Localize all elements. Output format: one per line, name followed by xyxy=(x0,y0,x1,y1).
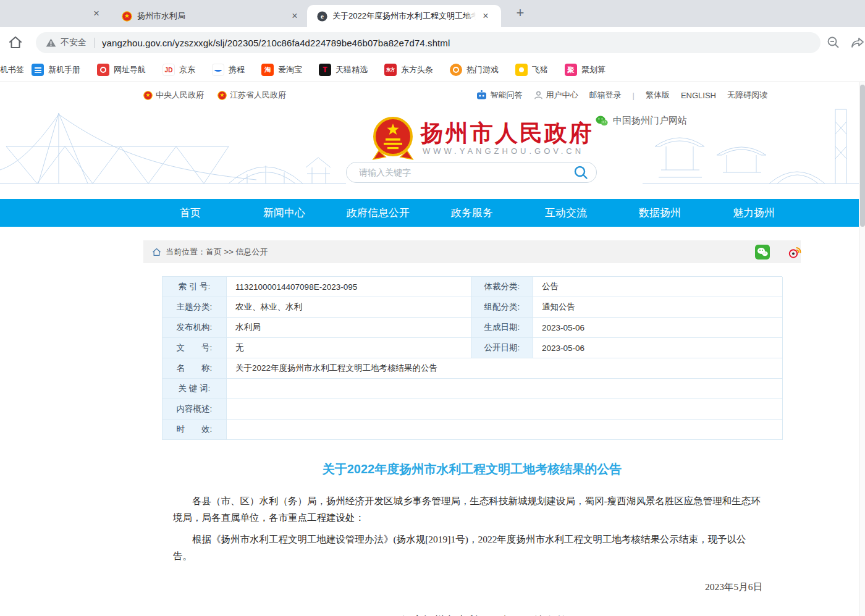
jd-icon: JD xyxy=(162,64,175,76)
info-value: 关于2022年度扬州市水利工程文明工地考核结果的公告 xyxy=(227,358,783,379)
link-jiangsu-gov[interactable]: 江苏省人民政府 xyxy=(217,90,286,101)
bookmark-wangzhi-daohang[interactable]: 网址导航 xyxy=(97,64,146,76)
national-emblem-logo xyxy=(371,116,415,162)
nav-item-data-yangzhou[interactable]: 数据扬州 xyxy=(613,199,707,227)
scrollbar-thumb[interactable] xyxy=(860,85,865,227)
info-label: 公开日期: xyxy=(471,338,533,358)
url-bar[interactable]: 不安全 yangzhou.gov.cn/yzszxxgk/slj/202305/… xyxy=(36,32,821,53)
info-label: 组配分类: xyxy=(471,297,533,318)
bookmark-ctrip[interactable]: 携程 xyxy=(212,64,245,76)
info-label: 时 效: xyxy=(162,420,227,440)
bookmark-tmall[interactable]: T 天猫精选 xyxy=(319,64,368,76)
nav-item-news[interactable]: 新闻中心 xyxy=(237,199,331,227)
nav-portal-icon xyxy=(97,64,109,76)
nav-item-charm-yangzhou[interactable]: 魅力扬州 xyxy=(707,199,801,227)
link-label: 用户中心 xyxy=(546,90,578,101)
taobao-icon: 淘 xyxy=(261,64,274,76)
gov-utility-bar: 中央人民政府 江苏省人民政府 xyxy=(0,82,865,108)
security-warning-icon[interactable] xyxy=(46,38,56,48)
browser-window: × 扬州市水利局 × e 关于2022年度扬州市水利工程文明工地考核结果的公告 … xyxy=(0,0,865,616)
gov-emblem-icon xyxy=(143,91,153,100)
info-value: 11321000014407098E-2023-095 xyxy=(227,277,471,297)
game-icon xyxy=(450,64,462,76)
robot-icon xyxy=(476,90,487,100)
wechat-icon xyxy=(596,116,608,126)
dongfang-icon: 东方 xyxy=(384,64,397,76)
bookmark-dongfang-toutiao[interactable]: 东方 东方头条 xyxy=(384,64,433,76)
link-label: 中央人民政府 xyxy=(156,90,204,101)
tab-yangzhou-water-bureau[interactable]: 扬州市水利局 × xyxy=(113,5,306,27)
svg-text:e: e xyxy=(321,12,324,20)
tmall-icon: T xyxy=(319,64,331,76)
gov-emblem-icon xyxy=(217,91,227,100)
info-label: 关 键 词: xyxy=(162,379,227,399)
document-info-table: 索 引 号: 11321000014407098E-2023-095 体裁分类:… xyxy=(162,276,782,440)
bookmark-cut-off[interactable]: 机书签 xyxy=(0,64,24,75)
search-icon[interactable] xyxy=(573,164,589,180)
link-label: 江苏省人民政府 xyxy=(230,90,286,101)
zoom-out-icon[interactable] xyxy=(826,35,841,50)
bookmark-juhuasuan[interactable]: 聚 聚划算 xyxy=(565,64,606,76)
new-tab-button[interactable]: + xyxy=(512,5,529,22)
bookmark-label: 天猫精选 xyxy=(335,64,368,75)
link-user-center[interactable]: 用户中心 xyxy=(534,90,578,101)
bookmark-jd[interactable]: JD 京东 xyxy=(162,64,195,76)
link-smart-qa[interactable]: 智能问答 xyxy=(476,90,523,101)
close-icon[interactable]: × xyxy=(479,10,492,22)
link-mail-login[interactable]: 邮箱登录 xyxy=(589,90,622,101)
search-input[interactable] xyxy=(359,167,573,177)
info-value: 通知公告 xyxy=(533,297,783,318)
bookmark-xinji-shouce[interactable]: 新机手册 xyxy=(32,64,80,76)
nav-item-info-disclosure[interactable]: 政府信息公开 xyxy=(331,199,425,227)
info-value: 农业、林业、水利 xyxy=(227,297,471,318)
page-scrollbar[interactable] xyxy=(859,82,865,616)
info-value: 2023-05-06 xyxy=(533,338,783,358)
info-label: 发布机构: xyxy=(162,318,227,338)
nav-item-home[interactable]: 首页 xyxy=(143,199,237,227)
bookmark-label: 新机手册 xyxy=(48,64,80,75)
link-traditional[interactable]: 繁体版 xyxy=(646,90,670,101)
close-icon[interactable]: × xyxy=(289,10,301,22)
site-search xyxy=(346,162,597,183)
bookmark-remen-youxi[interactable]: 热门游戏 xyxy=(450,64,499,76)
browser-toolbar: 不安全 yangzhou.gov.cn/yzszxxgk/slj/202305/… xyxy=(0,27,865,58)
info-value xyxy=(227,420,783,440)
info-label: 生成日期: xyxy=(471,318,533,338)
link-english[interactable]: ENGLISH xyxy=(681,91,716,100)
bridge-line-art-left xyxy=(0,108,346,199)
bookmark-label: 携程 xyxy=(229,64,245,75)
bookmark-feizhu[interactable]: 飞猪 xyxy=(515,64,548,76)
nav-item-services[interactable]: 政务服务 xyxy=(425,199,519,227)
link-central-gov[interactable]: 中央人民政府 xyxy=(143,90,204,101)
share-icon[interactable] xyxy=(850,35,865,50)
main-nav: 首页 新闻中心 政府信息公开 政务服务 互动交流 数据扬州 魅力扬州 xyxy=(0,199,865,227)
home-icon[interactable] xyxy=(7,34,24,51)
tab-title: 关于2022年度扬州市水利工程文明工地考核结果的公告 xyxy=(332,11,476,22)
link-accessible-reading[interactable]: 无障碍阅读 xyxy=(727,90,767,101)
link-label: 智能问答 xyxy=(491,90,523,101)
url-text[interactable]: yangzhou.gov.cn/yzszxxgk/slj/202305/210c… xyxy=(102,38,450,48)
info-value: 无 xyxy=(227,338,471,358)
tab-active-announcement[interactable]: e 关于2022年度扬州市水利工程文明工地考核结果的公告 × xyxy=(307,5,501,27)
info-value: 公告 xyxy=(533,277,783,297)
nav-item-interaction[interactable]: 互动交流 xyxy=(519,199,613,227)
breadcrumb[interactable]: 当前位置：首页 >> 信息公开 xyxy=(166,247,268,258)
info-value xyxy=(227,379,783,399)
info-label: 文 号: xyxy=(162,338,227,358)
home-breadcrumb-icon xyxy=(152,248,161,256)
security-label[interactable]: 不安全 xyxy=(61,37,86,48)
bookmark-aitaobao[interactable]: 淘 爱淘宝 xyxy=(261,64,302,76)
close-icon[interactable]: × xyxy=(90,7,103,20)
weibo-share-icon[interactable] xyxy=(787,245,802,259)
portal-link[interactable]: 中国扬州门户网站 xyxy=(596,115,687,127)
bookmark-label: 网址导航 xyxy=(114,64,146,75)
info-label: 主题分类: xyxy=(162,297,227,318)
fliggy-pig-icon xyxy=(515,64,528,76)
bookmark-label: 京东 xyxy=(179,64,195,75)
site-banner: 扬州市人民政府 WWW.YANGZHOU.GOV.CN 中国扬州门户网站 xyxy=(0,108,865,199)
wechat-share-icon[interactable] xyxy=(755,245,770,259)
info-value xyxy=(227,399,783,420)
site-domain: WWW.YANGZHOU.GOV.CN xyxy=(423,146,584,156)
announcement-article: 关于2022年度扬州市水利工程文明工地考核结果的公告 各县（市、区）水利（务）局… xyxy=(143,439,801,616)
info-label: 内容概述: xyxy=(162,399,227,420)
